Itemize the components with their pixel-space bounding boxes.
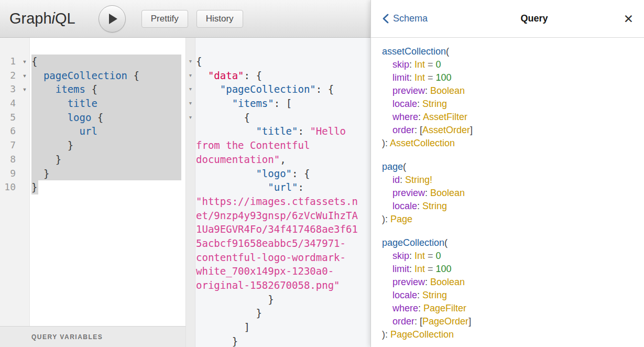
arg-name: where bbox=[392, 303, 418, 313]
fold-arrow-icon[interactable]: ▾ bbox=[20, 55, 29, 69]
code-token: items bbox=[56, 83, 85, 95]
fold-arrow-icon[interactable]: ▾ bbox=[186, 96, 195, 111]
code-token: title bbox=[68, 97, 97, 109]
code-content: } bbox=[31, 138, 73, 153]
code-token: { bbox=[244, 112, 250, 123]
arg-name: locale bbox=[392, 201, 417, 211]
field-argument: skip: Int = 0 bbox=[382, 250, 634, 263]
whitespace bbox=[196, 83, 220, 95]
code-line: 3▾ items { bbox=[0, 82, 185, 96]
editor-panes: 1▾{2▾ pageCollection {3▾ items {4 title5… bbox=[0, 38, 370, 347]
line-number: 1 bbox=[0, 55, 20, 69]
fold-arrow-icon[interactable]: ▾ bbox=[186, 111, 195, 125]
type-link[interactable]: Boolean bbox=[430, 277, 465, 287]
fold-gutter-empty bbox=[186, 194, 195, 209]
fold-gutter-empty bbox=[186, 209, 195, 223]
code-token: : bbox=[244, 70, 250, 81]
line-number: 2 bbox=[0, 69, 20, 83]
result-line: 5acbcf91658eabbc5/347971- bbox=[186, 236, 370, 251]
default-value: 0 bbox=[436, 59, 441, 70]
field-argument: skip: Int = 0 bbox=[382, 58, 634, 71]
field-signature-open: assetCollection( bbox=[382, 45, 634, 58]
arg-name: order bbox=[392, 316, 414, 327]
fold-gutter-empty bbox=[186, 292, 195, 307]
code-content: } bbox=[196, 334, 238, 347]
type-link[interactable]: Boolean bbox=[430, 188, 465, 198]
code-token: 1Ua9EGVR4Fo/34f417468ae3f61 bbox=[196, 223, 358, 235]
query-editor[interactable]: 1▾{2▾ pageCollection {3▾ items {4 title5… bbox=[0, 38, 185, 326]
type-link[interactable]: Int bbox=[414, 264, 425, 274]
code-token: : bbox=[316, 83, 322, 95]
logo-text-end: QL bbox=[55, 10, 75, 27]
whitespace bbox=[196, 321, 244, 333]
result-viewer-lines: ▾{▾ "data": {▾ "pageCollection": {▾ "ite… bbox=[186, 55, 370, 347]
query-variables-toggle[interactable]: QUERY VARIABLES bbox=[0, 326, 185, 347]
fold-gutter-empty bbox=[186, 236, 195, 251]
line-number: 9 bbox=[0, 167, 20, 181]
type-link[interactable]: String bbox=[422, 201, 447, 211]
type-link[interactable]: PageFilter bbox=[423, 303, 466, 313]
doc-back-link[interactable]: Schema bbox=[383, 13, 428, 24]
type-link[interactable]: PageCollection bbox=[390, 329, 454, 340]
result-line: from the Contentful bbox=[186, 138, 370, 153]
colon: : bbox=[417, 201, 422, 211]
colon: : bbox=[409, 264, 414, 274]
equals: = bbox=[425, 59, 436, 70]
paren: ): bbox=[382, 329, 390, 340]
result-line: ▾ "data": { bbox=[186, 69, 370, 83]
play-icon bbox=[109, 14, 117, 24]
result-line: ▾ { bbox=[186, 111, 370, 125]
doc-field: assetCollection(skip: Int = 0limit: Int … bbox=[382, 45, 634, 150]
type-link[interactable]: Boolean bbox=[430, 85, 465, 96]
fold-gutter-empty bbox=[20, 180, 29, 194]
type-link[interactable]: Int bbox=[414, 59, 425, 70]
field-name-link[interactable]: assetCollection bbox=[382, 46, 446, 57]
colon: : bbox=[418, 303, 423, 313]
colon: : bbox=[409, 72, 414, 83]
fold-arrow-icon[interactable]: ▾ bbox=[20, 82, 29, 96]
type-link[interactable]: Page bbox=[390, 214, 412, 224]
code-content: 5acbcf91658eabbc5/347971- bbox=[196, 236, 346, 251]
execute-query-button[interactable] bbox=[99, 5, 126, 32]
whitespace bbox=[127, 70, 133, 81]
type-link[interactable]: PageOrder bbox=[422, 316, 468, 327]
whitespace bbox=[31, 125, 80, 137]
type-link[interactable]: Int bbox=[414, 251, 425, 261]
type-link[interactable]: String bbox=[422, 290, 447, 300]
history-button[interactable]: History bbox=[197, 10, 243, 28]
graphiql-logo: GraphiQL bbox=[9, 10, 75, 27]
code-token: { bbox=[196, 56, 202, 67]
result-line: "url": bbox=[186, 180, 370, 194]
query-pane: 1▾{2▾ pageCollection {3▾ items {4 title5… bbox=[0, 38, 186, 347]
arg-name: limit bbox=[392, 264, 409, 274]
field-name-link[interactable]: page bbox=[382, 161, 403, 172]
fold-arrow-icon[interactable]: ▾ bbox=[20, 69, 29, 83]
type-link[interactable]: AssetOrder bbox=[422, 125, 470, 135]
arg-name: skip bbox=[392, 251, 409, 261]
type-link[interactable]: AssetFilter bbox=[423, 112, 467, 122]
code-line: 2▾ pageCollection { bbox=[0, 69, 185, 83]
whitespace bbox=[31, 139, 68, 151]
paren: ( bbox=[403, 161, 406, 172]
type-link[interactable]: AssetCollection bbox=[390, 138, 455, 148]
type-link[interactable]: Int bbox=[414, 72, 425, 83]
type-link[interactable]: String! bbox=[405, 175, 432, 185]
prettify-button[interactable]: Prettify bbox=[141, 10, 188, 28]
code-token: } bbox=[43, 168, 49, 179]
fold-gutter-empty bbox=[186, 222, 195, 236]
whitespace bbox=[196, 112, 244, 123]
equals: = bbox=[425, 251, 436, 261]
whitespace bbox=[304, 125, 310, 137]
arg-name: id bbox=[392, 175, 400, 185]
fold-arrow-icon[interactable]: ▾ bbox=[186, 69, 195, 83]
default-value: 100 bbox=[436, 264, 452, 274]
code-content: contentful-logo-wordmark- bbox=[196, 251, 346, 265]
type-link[interactable]: String bbox=[422, 99, 447, 109]
line-number: 7 bbox=[0, 138, 20, 153]
field-name-link[interactable]: pageCollection bbox=[382, 237, 444, 248]
fold-arrow-icon[interactable]: ▾ bbox=[186, 82, 195, 96]
code-content: { bbox=[196, 111, 250, 125]
fold-arrow-icon[interactable]: ▾ bbox=[186, 55, 195, 69]
close-icon[interactable]: ✕ bbox=[624, 13, 634, 25]
result-line: } bbox=[186, 292, 370, 307]
